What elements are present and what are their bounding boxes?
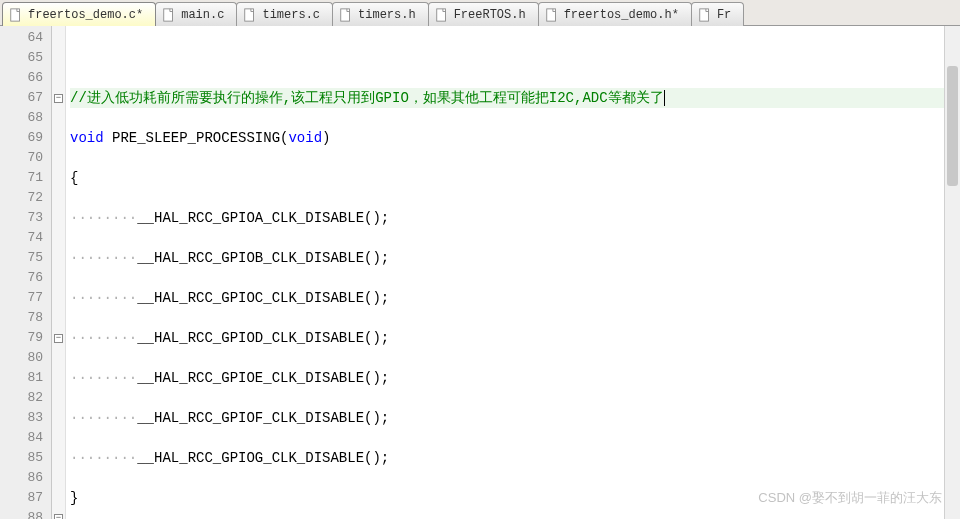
line-number: 64 (12, 28, 43, 48)
code-line: } (70, 488, 944, 508)
c-file-icon (243, 8, 257, 22)
svg-rect-2 (245, 8, 254, 20)
code-line: ········__HAL_RCC_GPIOF_CLK_DISABLE(); (70, 408, 944, 428)
h-file-icon (698, 8, 712, 22)
line-number: 78 (12, 308, 43, 328)
tab-timers-c[interactable]: timers.c (236, 2, 333, 26)
code-line (70, 48, 944, 68)
tab-label: freertos_demo.h* (564, 8, 679, 22)
code-editor[interactable]: 64 65 66 67 68 69 70 71 72 73 74 75 76 7… (0, 26, 960, 519)
h-file-icon (339, 8, 353, 22)
fold-column: − − − (52, 26, 66, 519)
line-number: 74 (12, 228, 43, 248)
tab-label: Fr (717, 8, 731, 22)
code-line: ········__HAL_RCC_GPIOB_CLK_DISABLE(); (70, 248, 944, 268)
line-number: 69 (12, 128, 43, 148)
line-number: 68 (12, 108, 43, 128)
tab-bar: freertos_demo.c* main.c timers.c timers.… (0, 0, 960, 26)
scrollbar-thumb[interactable] (947, 66, 958, 186)
line-number: 65 (12, 48, 43, 68)
tab-freertos-demo-c[interactable]: freertos_demo.c* (2, 2, 156, 26)
line-number: 82 (12, 388, 43, 408)
code-line: { (70, 168, 944, 188)
line-number: 70 (12, 148, 43, 168)
fold-toggle-icon[interactable]: − (54, 94, 63, 103)
tab-label: FreeRTOS.h (454, 8, 526, 22)
line-number: 66 (12, 68, 43, 88)
line-number: 86 (12, 468, 43, 488)
line-number: 80 (12, 348, 43, 368)
svg-rect-3 (341, 8, 350, 20)
c-file-icon (9, 8, 23, 22)
svg-rect-5 (546, 8, 555, 20)
code-line: ········__HAL_RCC_GPIOG_CLK_DISABLE(); (70, 448, 944, 468)
tab-overflow[interactable]: Fr (691, 2, 744, 26)
line-number: 88 (12, 508, 43, 519)
tab-main-c[interactable]: main.c (155, 2, 237, 26)
svg-rect-4 (436, 8, 445, 20)
line-number: 81 (12, 368, 43, 388)
code-line: //进入低功耗前所需要执行的操作,该工程只用到GPIO，如果其他工程可能把I2C… (70, 88, 944, 108)
line-number: 87 (12, 488, 43, 508)
code-line: void PRE_SLEEP_PROCESSING(void) (70, 128, 944, 148)
tab-timers-h[interactable]: timers.h (332, 2, 429, 26)
code-line: ········__HAL_RCC_GPIOA_CLK_DISABLE(); (70, 208, 944, 228)
tab-label: main.c (181, 8, 224, 22)
line-number: 79 (12, 328, 43, 348)
tab-label: timers.h (358, 8, 416, 22)
line-number: 71 (12, 168, 43, 188)
tab-label: freertos_demo.c* (28, 8, 143, 22)
code-line: ········__HAL_RCC_GPIOC_CLK_DISABLE(); (70, 288, 944, 308)
c-file-icon (162, 8, 176, 22)
line-number: 75 (12, 248, 43, 268)
svg-rect-0 (11, 8, 20, 20)
vertical-scrollbar[interactable] (944, 26, 960, 519)
line-number: 76 (12, 268, 43, 288)
line-number: 83 (12, 408, 43, 428)
line-number: 84 (12, 428, 43, 448)
line-number: 77 (12, 288, 43, 308)
code-line: ········__HAL_RCC_GPIOD_CLK_DISABLE(); (70, 328, 944, 348)
line-number: 72 (12, 188, 43, 208)
fold-toggle-icon[interactable]: − (54, 334, 63, 343)
h-file-icon (435, 8, 449, 22)
line-number-gutter: 64 65 66 67 68 69 70 71 72 73 74 75 76 7… (0, 26, 52, 519)
line-number: 85 (12, 448, 43, 468)
code-area[interactable]: //进入低功耗前所需要执行的操作,该工程只用到GPIO，如果其他工程可能把I2C… (66, 26, 944, 519)
tab-label: timers.c (262, 8, 320, 22)
h-file-icon (545, 8, 559, 22)
fold-toggle-icon[interactable]: − (54, 514, 63, 520)
code-line: ········__HAL_RCC_GPIOE_CLK_DISABLE(); (70, 368, 944, 388)
tab-freertos-h[interactable]: FreeRTOS.h (428, 2, 539, 26)
line-number: 73 (12, 208, 43, 228)
line-number: 67 (12, 88, 43, 108)
tab-freertos-demo-h[interactable]: freertos_demo.h* (538, 2, 692, 26)
svg-rect-1 (164, 8, 173, 20)
svg-rect-6 (700, 8, 709, 20)
